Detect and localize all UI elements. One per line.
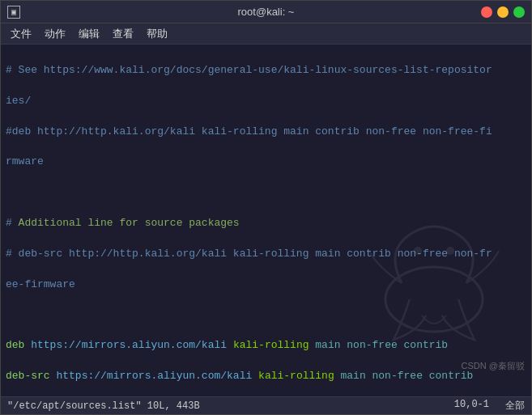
window-icon: ▣ [7, 6, 20, 19]
line-1: # See https://www.kali.org/docs/general-… [6, 63, 526, 78]
titlebar-left: ▣ [7, 6, 20, 19]
menu-view[interactable]: 查看 [108, 25, 138, 43]
maximize-button[interactable] [513, 6, 525, 18]
status-mode: 全部 [505, 399, 525, 413]
line-3 [6, 185, 526, 201]
line-2b: rmware [6, 155, 526, 170]
menubar: 文件 动作 编辑 查看 帮助 [1, 23, 531, 44]
watermark: CSDN @秦留驳 [462, 360, 525, 372]
titlebar-buttons [481, 6, 525, 18]
editor-content: # See https://www.kali.org/docs/general-… [6, 48, 526, 396]
titlebar: ▣ root@kali: ~ [1, 1, 531, 23]
menu-file[interactable]: 文件 [6, 25, 36, 43]
menu-help[interactable]: 帮助 [142, 25, 172, 43]
terminal-window: ▣ root@kali: ~ 文件 动作 编辑 查看 帮助 [0, 0, 532, 415]
line-6 [6, 308, 526, 324]
editor-area[interactable]: # See https://www.kali.org/docs/general-… [1, 44, 531, 396]
menu-edit[interactable]: 编辑 [74, 25, 104, 43]
line-4: # Additional line for source packages [6, 216, 526, 231]
statusbar: "/etc/apt/sources.list" 10L, 443B 10,0-1… [1, 396, 531, 414]
close-button[interactable] [481, 6, 492, 18]
line-7: deb https://mirrors.aliyun.com/kali kali… [6, 338, 526, 354]
minimize-button[interactable] [497, 6, 509, 18]
line-8: deb-src https://mirrors.aliyun.com/kali … [6, 369, 526, 384]
line-2: #deb http://http.kali.org/kali kali-roll… [6, 125, 526, 140]
line-5: # deb-src http://http.kali.org/kali kali… [6, 247, 526, 262]
menu-action[interactable]: 动作 [40, 25, 70, 43]
window-title: root@kali: ~ [238, 6, 295, 18]
status-position: 10,0-1 [454, 399, 489, 413]
line-1b: ies/ [6, 94, 526, 109]
status-right: 10,0-1 全部 [454, 399, 525, 413]
line-5b: ee-firmware [6, 277, 526, 293]
status-filename: "/etc/apt/sources.list" 10L, 443B [7, 400, 200, 412]
